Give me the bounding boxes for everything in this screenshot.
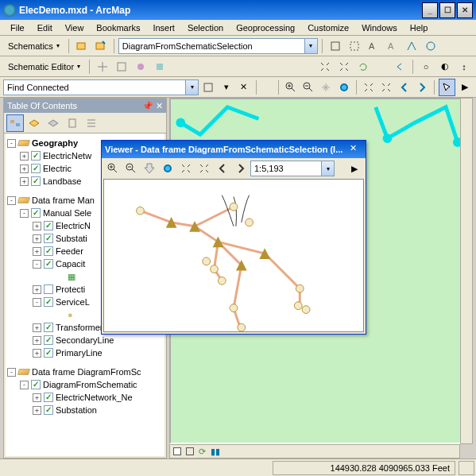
menu-edit[interactable]: Edit (32, 21, 58, 34)
extra-icon-3[interactable]: ↕ (455, 58, 473, 75)
tool-icon-2[interactable] (346, 37, 363, 55)
tree-expand-icon[interactable]: - (20, 209, 29, 218)
arrows-in-icon[interactable] (335, 58, 353, 75)
tool-icon-1[interactable] (327, 37, 344, 55)
extra-icon-1[interactable]: ○ (417, 58, 435, 75)
menu-file[interactable]: File (5, 21, 30, 34)
back-icon[interactable] (397, 79, 412, 96)
edit-icon-4[interactable] (151, 58, 168, 75)
extra-icon-2[interactable]: ◐ (436, 58, 454, 75)
tree-checkbox[interactable]: ✓ (44, 323, 53, 332)
list-by-selection-icon[interactable] (64, 114, 81, 132)
tree-row[interactable]: -✓DiagramFromSchematic (7, 378, 163, 391)
viewer-scale-combo[interactable]: 1:5,193 ▾ (250, 161, 335, 176)
tree-expand-icon[interactable]: + (33, 393, 41, 402)
forward-icon[interactable] (414, 79, 430, 96)
tree-expand-icon[interactable]: + (33, 406, 41, 415)
pan-icon[interactable] (318, 79, 334, 96)
tree-expand-icon[interactable]: + (33, 222, 41, 230)
tree-expand-icon[interactable]: + (33, 234, 41, 243)
tree-row[interactable]: +✓SecondaryLine (7, 334, 163, 346)
refresh-view-icon[interactable]: ⟳ (199, 447, 206, 457)
tree-checkbox[interactable]: ✓ (44, 348, 53, 358)
fixed-zoom-in-icon[interactable] (361, 79, 377, 96)
tree-expand-icon[interactable]: - (7, 139, 16, 148)
tree-expand-icon[interactable]: - (33, 260, 41, 269)
tool-icon-4[interactable]: A (384, 37, 401, 55)
menu-bookmarks[interactable]: Bookmarks (91, 21, 145, 34)
menu-customize[interactable]: Customize (302, 21, 354, 34)
tree-checkbox[interactable]: ✓ (44, 221, 53, 230)
schematics-menu[interactable]: Schematics (3, 40, 64, 52)
tree-checkbox[interactable]: ✓ (31, 208, 41, 218)
viewer-pan-icon[interactable] (141, 160, 158, 177)
find-clear-icon[interactable]: ✕ (236, 79, 252, 96)
find-combo[interactable]: Find Connected ▾ (3, 79, 199, 95)
tree-checkbox[interactable]: ✓ (31, 164, 41, 173)
tree-checkbox[interactable]: ✓ (31, 151, 41, 161)
chevron-down-icon[interactable]: ▾ (305, 38, 318, 54)
tree-expand-icon[interactable]: + (33, 285, 41, 294)
tree-checkbox[interactable]: ✓ (44, 297, 53, 307)
viewer-contract-icon[interactable] (195, 160, 213, 177)
tree-row[interactable]: +✓Substation (7, 404, 163, 416)
viewer-zoom-out-icon[interactable] (122, 160, 140, 177)
viewer-titlebar[interactable]: Viewer - Data frame DiagramFromSchematic… (102, 141, 366, 158)
vertical-scrollbar[interactable] (460, 98, 473, 444)
open-diagram-icon[interactable] (73, 37, 91, 55)
tree-expand-icon[interactable]: - (33, 298, 41, 307)
tree-expand-icon[interactable]: + (33, 247, 41, 256)
toc-close-icon[interactable]: ✕ (156, 101, 163, 111)
zoom-in-icon[interactable] (283, 79, 299, 96)
full-extent-icon[interactable] (336, 79, 352, 96)
tree-expand-icon[interactable]: + (20, 177, 29, 186)
tree-expand-icon[interactable]: + (33, 349, 41, 358)
viewer-window[interactable]: Viewer - Data frame DiagramFromSchematic… (101, 140, 366, 335)
chevron-down-icon[interactable]: ▾ (322, 161, 335, 176)
tool-icon-6[interactable] (422, 37, 439, 55)
tree-row[interactable]: +✓ElectricNetwork_Ne (7, 391, 163, 404)
refresh-icon[interactable] (354, 58, 372, 75)
options-icon[interactable] (83, 114, 100, 132)
tree-row[interactable]: -Data frame DiagramFromSc (7, 366, 163, 378)
chevron-down-icon[interactable]: ▾ (186, 79, 199, 95)
viewer-expand-icon[interactable] (177, 160, 195, 177)
tree-checkbox[interactable]: ✓ (31, 380, 41, 389)
go-icon[interactable]: ▶ (457, 79, 473, 96)
menu-view[interactable]: View (60, 21, 90, 34)
viewer-close-icon[interactable]: ✕ (350, 143, 362, 156)
find-icon[interactable] (200, 79, 216, 96)
tree-checkbox[interactable]: ✓ (44, 393, 53, 402)
tree-checkbox[interactable]: ✓ (31, 176, 41, 186)
tree-expand-icon[interactable]: + (20, 152, 29, 161)
tree-checkbox[interactable]: ✓ (44, 234, 53, 243)
tree-row[interactable] (7, 359, 163, 366)
viewer-canvas[interactable] (103, 179, 364, 332)
tree-expand-icon[interactable]: + (33, 323, 41, 332)
tree-checkbox[interactable]: ✓ (44, 259, 53, 269)
tree-checkbox[interactable]: ✓ (44, 405, 53, 415)
fixed-zoom-out-icon[interactable] (378, 79, 394, 96)
tree-row[interactable]: +✓PrimaryLine (7, 346, 163, 359)
tree-checkbox[interactable]: ✓ (44, 335, 53, 345)
schematic-editor-menu[interactable]: Schematic Editor (3, 60, 85, 73)
undo-icon[interactable] (391, 58, 408, 75)
arrows-out-icon[interactable] (316, 58, 334, 75)
viewer-forward-icon[interactable] (232, 160, 250, 177)
viewer-back-icon[interactable] (214, 160, 231, 177)
edit-icon-1[interactable] (94, 58, 111, 75)
pause-view-icon[interactable]: ▮▮ (211, 447, 220, 457)
viewer-go-icon[interactable]: ▶ (346, 160, 363, 177)
menu-insert[interactable]: Insert (147, 21, 180, 34)
edit-icon-3[interactable] (132, 58, 149, 75)
close-button[interactable]: ✕ (457, 2, 473, 18)
edit-icon-2[interactable] (113, 58, 130, 75)
tree-expand-icon[interactable]: + (33, 336, 41, 345)
layout-view-icon[interactable] (186, 447, 194, 455)
menu-help[interactable]: Help (404, 21, 434, 34)
tool-icon-3[interactable]: A (365, 37, 382, 55)
tree-expand-icon[interactable]: + (20, 164, 29, 173)
menu-selection[interactable]: Selection (182, 21, 229, 34)
find-dropdown[interactable]: ▾ (218, 79, 234, 96)
menu-windows[interactable]: Windows (356, 21, 403, 34)
